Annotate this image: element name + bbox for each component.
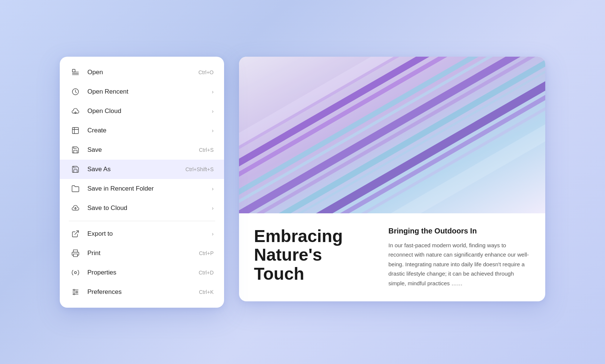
menu-item-save-recent-folder[interactable]: Save in Rencent Folder› [60,179,224,198]
chevron-save-recent-folder: › [212,186,214,192]
menu-item-export[interactable]: Export to› [60,224,224,244]
menu-item-save[interactable]: SaveCtrl+S [60,140,224,160]
menu-item-preferences[interactable]: PreferencesCtrl+K [60,282,224,302]
doc-title: Embracing Nature's Touch [254,227,373,288]
menu-label-print: Print [87,250,199,257]
chevron-open-cloud: › [212,108,214,114]
menu-item-print[interactable]: PrintCtrl+P [60,244,224,263]
menu-item-create[interactable]: Create› [60,121,224,140]
shortcut-properties: Ctrl+D [199,270,214,276]
menu-label-save-as: Save As [87,166,186,173]
chevron-export: › [212,231,214,237]
menu-label-export: Export to [87,230,209,238]
menu-label-save-cloud: Save to Cloud [87,204,209,212]
article-heading: Bringing the Outdoors In [388,227,530,235]
menu-item-open-cloud[interactable]: Open Cloud› [60,101,224,121]
menu-label-open: Open [87,69,198,76]
print-icon [70,248,81,258]
menu-label-save-recent-folder: Save in Rencent Folder [87,185,209,192]
menu-item-open[interactable]: OpenCtrl+O [60,63,224,82]
scene: OpenCtrl+OOpen Rencent›Open Cloud›Create… [60,57,545,308]
shortcut-save: Ctrl+S [199,147,214,153]
create-icon [70,125,81,136]
context-menu: OpenCtrl+OOpen Rencent›Open Cloud›Create… [60,57,224,308]
svg-point-13 [74,293,75,295]
open-icon [70,67,81,78]
svg-rect-2 [72,127,79,134]
preferences-icon [70,287,81,297]
menu-divider [69,221,215,221]
chevron-create: › [212,128,214,134]
menu-item-save-as[interactable]: Save AsCtrl+Shift+S [60,160,224,179]
menu-label-open-cloud: Open Cloud [87,107,209,115]
cloud-upload-icon [70,203,81,213]
menu-label-create: Create [87,127,209,134]
article-body: In our fast-paced modern world, finding … [388,241,530,288]
doc-image [239,57,545,213]
cloud-download-icon [70,106,81,116]
chevron-open-recent: › [212,89,214,95]
save-icon [70,145,81,155]
svg-rect-6 [74,254,78,256]
menu-label-preferences: Preferences [87,288,199,296]
svg-point-7 [74,272,77,274]
menu-item-open-recent[interactable]: Open Rencent› [60,82,224,101]
folder-icon [70,183,81,194]
svg-point-11 [74,289,75,291]
document-card: Embracing Nature's Touch Bringing the Ou… [239,57,545,302]
menu-label-save: Save [87,146,199,154]
svg-point-12 [76,291,78,293]
shortcut-preferences: Ctrl+K [199,289,214,295]
save-as-icon [70,164,81,175]
menu-label-properties: Properties [87,269,199,276]
doc-article: Bringing the Outdoors In In our fast-pac… [388,227,530,288]
open-recent-icon [70,87,81,97]
export-icon [70,229,81,239]
svg-line-5 [75,230,78,234]
properties-icon [70,267,81,278]
menu-item-save-cloud[interactable]: Save to Cloud› [60,198,224,218]
doc-content: Embracing Nature's Touch Bringing the Ou… [239,213,545,302]
shortcut-print: Ctrl+P [199,250,214,256]
menu-item-properties[interactable]: PropertiesCtrl+D [60,263,224,282]
svg-rect-0 [72,69,75,72]
gradient-image [239,57,545,213]
shortcut-save-as: Ctrl+Shift+S [186,166,214,172]
shortcut-open: Ctrl+O [198,69,214,75]
chevron-save-cloud: › [212,205,214,211]
menu-label-open-recent: Open Rencent [87,88,209,95]
